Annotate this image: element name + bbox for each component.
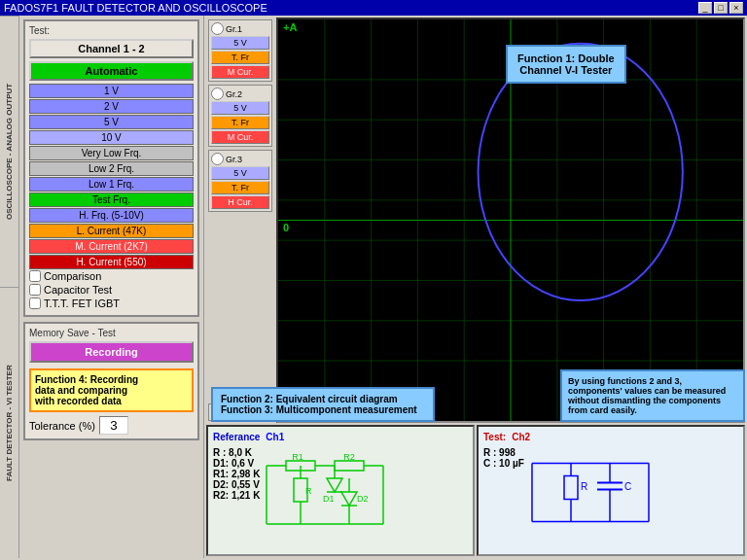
volt-10v-button[interactable]: 10 V <box>29 130 194 145</box>
curr-mid-button[interactable]: M. Current (2K7) <box>29 239 194 254</box>
func1-line1: Function 1: Double <box>517 52 615 64</box>
bottom-panels: Function 2: Equivalent circuit diagram F… <box>206 425 745 556</box>
window-title: FADOS7F1 FAULT DETECTOR AND OSCILLOSCOPE <box>4 2 267 14</box>
volt-1v-button[interactable]: 1 V <box>29 84 194 98</box>
gr3-radio[interactable] <box>211 153 224 165</box>
test-ch2-header: Ch2 <box>512 432 530 442</box>
func1-annotation: Function 1: Double Channel V-I Tester <box>506 45 626 84</box>
title-bar: FADOS7F1 FAULT DETECTOR AND OSCILLOSCOPE… <box>0 0 747 16</box>
svg-text:D2: D2 <box>357 494 369 504</box>
func4-box: Function 4: Recording data and comparing… <box>29 368 194 412</box>
svg-text:D1: D1 <box>323 494 335 504</box>
svg-rect-49 <box>564 476 578 500</box>
svg-text:R2: R2 <box>343 452 355 462</box>
ttt-row: T.T.T. FET IGBT <box>29 298 194 309</box>
freq-low2-button[interactable]: Low 2 Frq. <box>29 161 194 176</box>
comparison-label: Comparison <box>44 270 101 282</box>
gr3-tfr-button[interactable]: T. Fr <box>211 181 269 194</box>
recording-button[interactable]: Recording <box>29 341 194 363</box>
volt-5v-button[interactable]: 5 V <box>29 115 194 129</box>
func1-line2: Channel V-I Tester <box>517 64 615 76</box>
memory-label: Memory Save - Test <box>29 328 194 338</box>
gr1-radio[interactable] <box>211 22 224 35</box>
gr3-radio-row: Gr.3 <box>211 153 269 165</box>
minimize-button[interactable]: _ <box>698 2 712 14</box>
svg-text:R1: R1 <box>292 452 303 462</box>
gr2-mcur-button[interactable]: M Cur. <box>211 130 269 144</box>
ttt-checkbox[interactable] <box>29 298 41 309</box>
tolerance-input[interactable] <box>99 416 128 435</box>
ref-ch1-header: Ch1 <box>266 432 284 442</box>
gr2-radio[interactable] <box>211 88 224 100</box>
svg-text:+A: +A <box>283 21 297 33</box>
memory-section: Memory Save - Test Recording Function 4:… <box>23 322 199 440</box>
curr-low-button[interactable]: L. Current (47K) <box>29 224 194 238</box>
left-panel: Test: Channel 1 - 2 Automatic 1 V 2 V 5 … <box>19 16 204 558</box>
func4-line2: data and comparing <box>35 385 188 396</box>
svg-text:R: R <box>305 486 312 496</box>
window-controls: _ □ × <box>698 2 743 14</box>
svg-marker-36 <box>327 478 342 492</box>
test-panel: Test: Ch2 R : 998 C : 10 µF <box>477 425 745 556</box>
svg-text:0: 0 <box>283 222 289 233</box>
reference-circuit: R1 R2 R <box>257 451 393 539</box>
gr3-volt-button[interactable]: 5 V <box>211 166 269 180</box>
comparison-checkbox[interactable] <box>29 270 41 282</box>
gr1-group: Gr.1 5 V T. Fr M Cur. <box>208 19 272 82</box>
freq-test-button[interactable]: Test Frq. <box>29 192 194 207</box>
svg-text:R: R <box>581 481 587 492</box>
curr-high-button[interactable]: H. Current (550) <box>29 255 194 269</box>
comparison-row: Comparison <box>29 270 194 282</box>
test-header: Test: <box>483 432 506 442</box>
osc-label: OSCILLOSCOPE - ANALOG OUTPUT <box>0 16 18 287</box>
left-labels: OSCILLOSCOPE - ANALOG OUTPUT FAULT DETEC… <box>0 16 19 558</box>
capacitor-label: Capacitor Test <box>44 284 112 296</box>
gr3-group: Gr.3 5 V T. Fr H Cur. <box>208 150 272 212</box>
test-label: Test: <box>29 25 194 36</box>
func23-info-text: By using functions 2 and 3, components' … <box>568 376 726 415</box>
capacitor-checkbox[interactable] <box>29 284 41 296</box>
gr2-radio-row: Gr.2 <box>211 88 269 100</box>
gr3-label: Gr.3 <box>226 155 242 164</box>
func23-line2: Function 3: Multicomponent measurement <box>221 404 425 415</box>
gr1-mcur-button[interactable]: M Cur. <box>211 65 269 79</box>
tolerance-label: Tolerance (%) <box>29 420 95 432</box>
freq-high-button[interactable]: H. Frq. (5-10V) <box>29 208 194 223</box>
maximize-button[interactable]: □ <box>714 2 728 14</box>
tolerance-row: Tolerance (%) <box>29 416 194 435</box>
test-section: Test: Channel 1 - 2 Automatic 1 V 2 V 5 … <box>23 19 199 317</box>
close-button[interactable]: × <box>729 2 743 14</box>
volt-2v-button[interactable]: 2 V <box>29 99 194 114</box>
test-circuit: R C <box>527 446 654 539</box>
main-container: OSCILLOSCOPE - ANALOG OUTPUT FAULT DETEC… <box>0 16 747 558</box>
gr2-label: Gr.2 <box>226 89 242 99</box>
gr1-volt-button[interactable]: 5 V <box>211 36 269 50</box>
capacitor-row: Capacitor Test <box>29 284 194 296</box>
reference-panel: Referance Ch1 R : 8,0 K D1: 0,6 V R1: 2,… <box>206 425 475 556</box>
func4-line1: Function 4: Recording <box>35 374 188 385</box>
gr2-group: Gr.2 5 V T. Fr M Cur. <box>208 85 272 147</box>
fault-label: FAULT DETECTOR - VI TESTER <box>0 287 18 558</box>
scope-right-controls: Gr.1 5 V T. Fr M Cur. Gr.2 5 V T. Fr M C… <box>206 18 274 423</box>
gr3-hcur-button[interactable]: H Cur. <box>211 195 269 209</box>
func23-line1: Function 2: Equivalent circuit diagram <box>221 394 425 404</box>
channel-button[interactable]: Channel 1 - 2 <box>29 39 194 58</box>
gr1-label: Gr.1 <box>226 24 242 34</box>
freq-low1-button[interactable]: Low 1 Frq. <box>29 177 194 192</box>
ref-header: Referance <box>213 432 260 442</box>
svg-rect-25 <box>335 461 364 471</box>
gr2-volt-button[interactable]: 5 V <box>211 101 269 115</box>
automatic-button[interactable]: Automatic <box>29 61 194 81</box>
gr1-radio-row: Gr.1 <box>211 22 269 35</box>
func23-info: By using functions 2 and 3, components' … <box>560 369 745 422</box>
gr1-tfr-button[interactable]: T. Fr <box>211 51 269 64</box>
gr2-tfr-button[interactable]: T. Fr <box>211 116 269 129</box>
func23-annotation: Function 2: Equivalent circuit diagram F… <box>211 387 435 422</box>
freq-very-low-button[interactable]: Very Low Frq. <box>29 146 194 160</box>
func4-line3: with recorded data <box>35 396 188 406</box>
svg-marker-40 <box>341 492 357 506</box>
svg-text:C: C <box>624 481 631 492</box>
ttt-label: T.T.T. FET IGBT <box>44 298 120 309</box>
